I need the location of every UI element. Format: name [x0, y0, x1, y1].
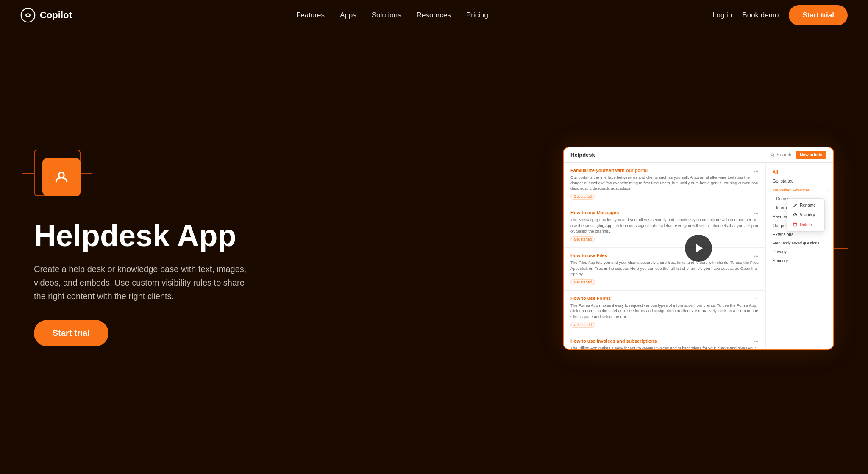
context-menu: Rename Visibility Delete — [787, 198, 825, 232]
article-title-2: How to use Messages — [570, 210, 759, 215]
nav-right: Log in Book demo Start trial — [712, 5, 848, 25]
article-menu-1[interactable]: ··· — [754, 168, 759, 175]
article-title-4: How to use Forms — [570, 296, 759, 301]
app-main-content: ··· Familiarize yourself with our portal… — [564, 163, 765, 349]
tag[interactable]: Get started — [570, 194, 595, 200]
article-title-1: Familiarize yourself with our portal — [570, 168, 759, 173]
trash-icon — [793, 222, 797, 227]
play-button[interactable] — [685, 235, 712, 262]
svg-point-4 — [795, 214, 796, 215]
article-item[interactable]: ··· How to use Messages The Messaging Ap… — [564, 205, 765, 248]
nav-solutions[interactable]: Solutions — [372, 11, 401, 19]
helpdesk-icon — [53, 169, 70, 185]
hero-description: Create a help desk or knowledge base wit… — [34, 262, 254, 303]
search-label: Search — [776, 152, 791, 157]
nav-apps[interactable]: Apps — [340, 11, 356, 19]
nav-resources[interactable]: Resources — [417, 11, 451, 19]
context-menu-delete[interactable]: Delete — [787, 220, 824, 230]
article-item[interactable]: ··· How to use Invoices and subscription… — [564, 333, 765, 349]
article-desc-3: The Files App lets you and your clients … — [570, 260, 759, 277]
article-item[interactable]: ··· Familiarize yourself with our portal… — [564, 163, 765, 205]
sidebar-item-get-started[interactable]: Get started — [766, 177, 833, 186]
nav-links: Features Apps Solutions Resources Pricin… — [296, 11, 488, 19]
icon-right-connector — [81, 173, 92, 174]
article-menu-2[interactable]: ··· — [754, 210, 759, 217]
copilot-logo-icon — [20, 8, 36, 23]
sidebar-item-marketing[interactable]: Marketing: Advanced ··· — [766, 186, 833, 194]
tag[interactable]: Get started — [570, 322, 595, 328]
rename-icon — [793, 203, 797, 207]
article-desc-4: The Forms App makes it easy to request v… — [570, 302, 759, 319]
hero-section: Helpdesk App Create a help desk or knowl… — [0, 30, 868, 474]
article-tags-4: Get started — [570, 322, 759, 328]
article-tags-2: Get started — [570, 236, 759, 242]
hero-title: Helpdesk App — [34, 220, 254, 252]
article-menu-4[interactable]: ··· — [754, 296, 759, 302]
nav-features[interactable]: Features — [296, 11, 325, 19]
app-header-title: Helpdesk — [570, 152, 595, 158]
context-menu-rename[interactable]: Rename — [787, 200, 824, 210]
hero-right: Helpdesk Search New article · — [563, 147, 834, 350]
article-desc-5: The Billing App makes it easy for you to… — [570, 345, 759, 349]
article-title-3: How to use Files — [570, 253, 759, 258]
hero-start-trial-button[interactable]: Start trial — [34, 320, 108, 346]
app-sidebar: All Get started Marketing: Advanced ··· … — [765, 163, 833, 349]
play-icon — [693, 242, 705, 254]
svg-marker-6 — [696, 244, 703, 252]
app-screenshot-container: Helpdesk Search New article · — [563, 147, 834, 350]
article-desc-1: Our portal is the interface between us a… — [570, 175, 759, 191]
svg-point-0 — [21, 8, 35, 22]
book-demo-link[interactable]: Book demo — [742, 11, 779, 19]
context-menu-visibility[interactable]: Visibility — [787, 210, 824, 220]
icon-left-connector — [22, 173, 34, 174]
new-article-button[interactable]: New article — [796, 151, 826, 159]
brand-logo[interactable]: Copilot — [20, 8, 72, 23]
app-search-box[interactable]: Search — [770, 152, 791, 157]
app-header-right: Search New article — [770, 151, 826, 159]
right-connector — [834, 248, 848, 249]
article-item[interactable]: ··· How to use Forms The Forms App makes… — [564, 291, 765, 333]
sidebar-item-security[interactable]: Security — [766, 256, 833, 265]
visibility-icon — [793, 213, 797, 217]
svg-rect-5 — [793, 224, 797, 226]
main-nav: Copilot Features Apps Solutions Resource… — [0, 0, 868, 30]
article-tags-1: Get started — [570, 194, 759, 200]
sidebar-item-faq[interactable]: Frequently asked questions — [766, 239, 833, 247]
hero-icon-box — [34, 150, 89, 205]
app-header: Helpdesk Search New article — [564, 147, 833, 163]
nav-pricing[interactable]: Pricing — [466, 11, 488, 19]
article-menu-3[interactable]: ··· — [754, 253, 759, 260]
article-menu-5[interactable]: ··· — [754, 338, 759, 345]
sidebar-item-all[interactable]: All — [766, 168, 833, 177]
article-title-5: How to use Invoices and subscriptions — [570, 338, 759, 344]
login-link[interactable]: Log in — [712, 11, 732, 19]
icon-inner — [42, 158, 81, 196]
hero-left: Helpdesk App Create a help desk or knowl… — [34, 150, 254, 346]
svg-point-1 — [59, 172, 64, 178]
nav-start-trial-button[interactable]: Start trial — [789, 5, 848, 25]
sidebar-item-privacy[interactable]: Privacy — [766, 247, 833, 256]
search-icon — [770, 152, 775, 157]
tag[interactable]: Get started — [570, 236, 595, 242]
article-item[interactable]: ··· How to use Files The Files App lets … — [564, 248, 765, 291]
article-tags-3: Get started — [570, 279, 759, 285]
tag[interactable]: Get started — [570, 279, 595, 285]
article-desc-2: The Messaging App lets you and your clie… — [570, 217, 759, 234]
